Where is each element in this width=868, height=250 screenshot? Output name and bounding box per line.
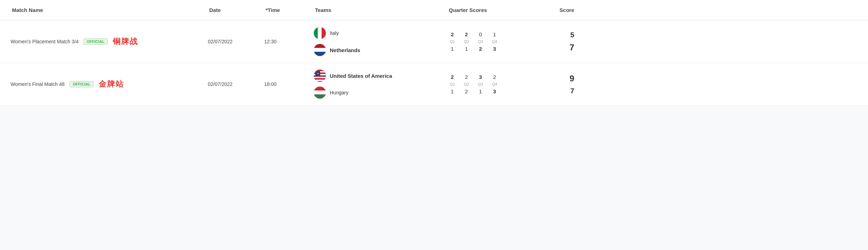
quarter-score: 2: [461, 31, 471, 37]
header-time: *Time: [264, 4, 314, 16]
score-row-team2: 1213: [447, 88, 539, 94]
quarter-label: Q2: [461, 82, 471, 86]
quarter-scores-cell: 2232Q1Q2Q3Q41213: [447, 74, 539, 94]
header-date: Date: [208, 4, 264, 16]
official-badge: OFFICIAL: [69, 81, 94, 87]
header-quarter-scores: Quarter Scores: [447, 4, 539, 16]
flag-usa: [314, 69, 326, 82]
match-time: 12:30: [264, 39, 314, 44]
quarter-label: Q4: [490, 82, 500, 86]
flag-netherlands: [314, 44, 326, 56]
team-name: United States of America: [330, 73, 392, 79]
quarter-label: Q3: [476, 82, 485, 86]
team-row: United States of America: [314, 69, 447, 82]
final-score: 7: [570, 43, 574, 52]
quarter-score: 2: [490, 74, 500, 80]
score-row-team2: 1123: [447, 46, 539, 52]
official-badge: OFFICIAL: [83, 38, 108, 45]
quarter-score: 1: [461, 46, 471, 52]
chinese-title: 金牌站: [99, 79, 124, 89]
quarter-labels: Q1Q2Q3Q4: [447, 81, 539, 87]
quarter-label: Q1: [447, 82, 457, 86]
final-score: 7: [570, 87, 574, 95]
quarter-score: 1: [476, 88, 485, 94]
team-row: Hungary: [314, 86, 447, 99]
match-row: Women's Placement Match 3/4OFFICIAL铜牌战02…: [0, 20, 868, 63]
flag-hungary: [314, 86, 326, 99]
header-score: Score: [539, 4, 581, 16]
match-name-cell: Women's Final Match 48OFFICIAL金牌站: [11, 79, 208, 89]
header-teams: Teams: [314, 4, 447, 16]
match-date: 02/07/2022: [208, 81, 264, 87]
quarter-label: Q4: [490, 39, 500, 44]
final-score: 5: [570, 31, 574, 39]
match-time: 18:00: [264, 81, 314, 87]
flag-italy: [314, 27, 326, 39]
quarter-labels: Q1Q2Q3Q4: [447, 39, 539, 44]
match-name-text: Women's Final Match 48: [11, 81, 64, 87]
quarter-score: 1: [447, 88, 457, 94]
team-row: Netherlands: [314, 44, 447, 56]
teams-cell: ItalyNetherlands: [314, 27, 447, 56]
team-row: Italy: [314, 27, 447, 39]
quarter-score: 0: [476, 31, 485, 37]
match-name-text: Women's Placement Match 3/4: [11, 39, 79, 44]
matches-body: Women's Placement Match 3/4OFFICIAL铜牌战02…: [0, 20, 868, 106]
quarter-score: 2: [461, 88, 471, 94]
final-score-cell: 57: [539, 31, 581, 52]
match-row: Women's Final Match 48OFFICIAL金牌站02/07/2…: [0, 63, 868, 106]
quarter-score: 2: [447, 74, 457, 80]
final-score: 9: [570, 74, 574, 83]
chinese-title: 铜牌战: [113, 36, 138, 47]
score-row-team1: 2232: [447, 74, 539, 80]
score-row-team1: 2201: [447, 31, 539, 37]
final-score-cell: 97: [539, 74, 581, 95]
quarter-score: 1: [490, 31, 500, 37]
team-name: Netherlands: [330, 47, 360, 53]
team-name: Hungary: [330, 90, 348, 95]
teams-cell: United States of AmericaHungary: [314, 69, 447, 99]
matches-table: Match Name Date *Time Teams Quarter Scor…: [0, 0, 868, 106]
quarter-score: 3: [490, 46, 500, 52]
team-name: Italy: [330, 30, 339, 36]
quarter-label: Q1: [447, 39, 457, 44]
quarter-score: 3: [490, 88, 500, 94]
quarter-score: 3: [476, 74, 485, 80]
header-match-name: Match Name: [11, 4, 208, 16]
quarter-label: Q2: [461, 39, 471, 44]
quarter-score: 2: [476, 46, 485, 52]
match-date: 02/07/2022: [208, 39, 264, 44]
quarter-label: Q3: [476, 39, 485, 44]
quarter-score: 2: [461, 74, 471, 80]
match-name-cell: Women's Placement Match 3/4OFFICIAL铜牌战: [11, 36, 208, 47]
quarter-scores-cell: 2201Q1Q2Q3Q41123: [447, 31, 539, 52]
table-header: Match Name Date *Time Teams Quarter Scor…: [0, 0, 868, 20]
quarter-score: 2: [447, 31, 457, 37]
quarter-score: 1: [447, 46, 457, 52]
